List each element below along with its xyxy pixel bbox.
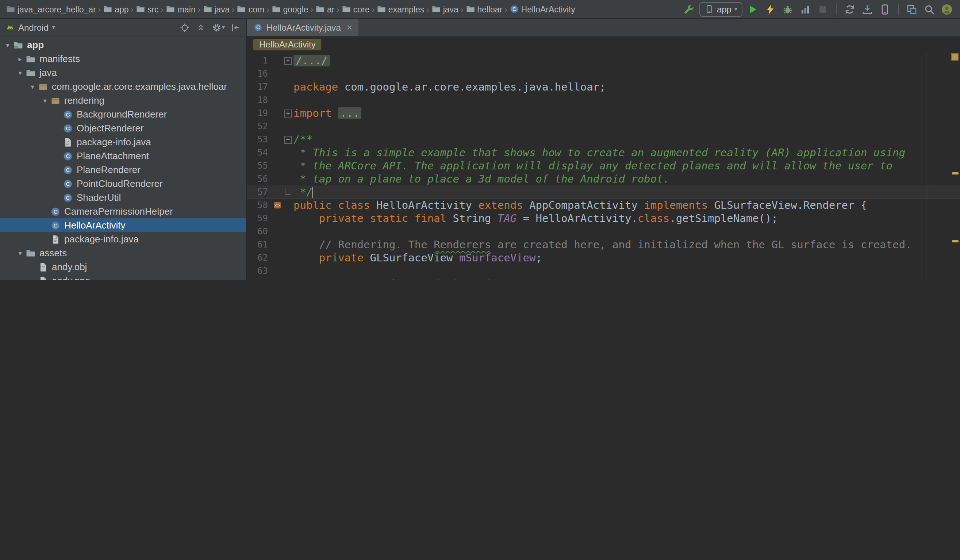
code-text: * the ARCore API. The application will d… (293, 159, 893, 172)
tree-toggle-icon[interactable]: ▾ (3, 41, 13, 48)
tree-item-PlaneRenderer[interactable]: CPlaneRenderer (0, 163, 246, 177)
code-line[interactable]: 53/** (247, 133, 960, 146)
code-line[interactable]: 18 (247, 93, 960, 107)
layout-inspector-button[interactable] (904, 1, 919, 17)
code-line[interactable]: 56 * tap on a plane to place a 3d model … (247, 172, 960, 186)
fold-spacer (283, 120, 293, 133)
breadcrumb-item-java[interactable]: java (203, 4, 230, 14)
settings-button[interactable]: ▾ (212, 22, 225, 32)
code-line[interactable]: 62 private GLSurfaceView mSurfaceView; (247, 251, 960, 264)
file-icon (62, 137, 74, 147)
breadcrumb-item-java_arcore_hello_ar[interactable]: java_arcore_hello_ar (6, 4, 96, 14)
apply-changes-button[interactable] (763, 1, 778, 17)
sdk-manager-button[interactable] (860, 1, 875, 17)
breadcrumb-current-element[interactable]: HelloArActivity (253, 38, 322, 50)
code-editor[interactable]: 1/.../1617package com.google.ar.core.exa… (247, 52, 960, 280)
tree-toggle-icon[interactable]: ▾ (15, 250, 25, 257)
run-configuration-select[interactable]: app▾ (699, 2, 742, 16)
build-button[interactable] (682, 1, 696, 17)
class-marker-icon[interactable]: <> (272, 198, 283, 212)
code-text: */ (293, 186, 313, 198)
error-stripe[interactable] (950, 52, 960, 280)
code-line[interactable]: 63 (247, 264, 960, 277)
project-view-selector[interactable]: Android (18, 22, 48, 32)
breadcrumb-item-src[interactable]: src (136, 4, 159, 14)
profile-button[interactable] (798, 1, 813, 17)
collapse-all-button[interactable] (196, 22, 206, 32)
tree-item-PlaneAttachment[interactable]: CPlaneAttachment (0, 149, 246, 163)
code-line[interactable]: 64 private Config mDefaultConfig; (247, 277, 960, 280)
tree-toggle-icon[interactable]: ▸ (15, 55, 25, 62)
fold-marker[interactable] (283, 186, 293, 198)
breadcrumb-item-java[interactable]: java (432, 4, 458, 14)
code-line[interactable]: 59 private static final String TAG = Hel… (247, 212, 960, 225)
code-line[interactable]: 16 (247, 67, 960, 80)
warning-stripe-mark[interactable] (952, 240, 958, 242)
tree-item-app[interactable]: ▾app (0, 38, 246, 52)
tree-item-CameraPermissionHelper[interactable]: CCameraPermissionHelper (0, 205, 246, 218)
code-line[interactable]: 57 */ (247, 186, 960, 198)
code-line[interactable]: 19import ... (247, 107, 960, 120)
breadcrumb-item-helloar[interactable]: helloar (466, 4, 502, 14)
breadcrumb-item-google[interactable]: google (272, 4, 309, 14)
tree-toggle-icon[interactable]: ▾ (28, 83, 37, 90)
fold-marker[interactable] (283, 107, 293, 120)
tree-item-com.google.ar.core.examples.java.helloar[interactable]: ▾com.google.ar.core.examples.java.helloa… (0, 80, 246, 93)
tree-item-andy.obj[interactable]: andy.obj (0, 260, 246, 274)
tree-item-package-info.java[interactable]: package-info.java (0, 232, 246, 246)
avd-manager-button[interactable] (877, 1, 892, 17)
code-line[interactable]: 1/.../ (247, 54, 960, 67)
breadcrumb-item-app[interactable]: app (103, 4, 128, 14)
breadcrumb-item-com[interactable]: com (237, 4, 264, 14)
tree-item-HelloArActivity[interactable]: CHelloArActivity (0, 218, 246, 232)
tree-item-label: BackgroundRenderer (77, 109, 167, 120)
tree-item-ShaderUtil[interactable]: CShaderUtil (0, 190, 246, 205)
tree-item-BackgroundRenderer[interactable]: CBackgroundRenderer (0, 107, 246, 121)
tree-item-rendering[interactable]: ▾rendering (0, 93, 246, 107)
project-tree[interactable]: ▾app▸manifests▾java▾com.google.ar.core.e… (0, 37, 246, 280)
inspection-indicator[interactable] (951, 53, 958, 61)
code-line[interactable]: 52 (247, 120, 960, 133)
tree-item-andy.png[interactable]: andy.png (0, 274, 246, 280)
tree-item-assets[interactable]: ▾assets (0, 246, 246, 260)
code-line[interactable]: 17package com.google.ar.core.examples.ja… (247, 80, 960, 93)
breadcrumb-label: com (249, 5, 264, 13)
gutter-spacer (272, 186, 283, 198)
tree-item-PointCloudRenderer[interactable]: CPointCloudRenderer (0, 177, 246, 190)
tree-toggle-icon[interactable]: ▾ (15, 69, 25, 76)
fold-spacer (283, 93, 293, 107)
folder-icon (315, 4, 325, 14)
code-line[interactable]: 54 * This is a simple example that shows… (247, 146, 960, 159)
code-line[interactable]: 60 (247, 225, 960, 238)
run-button[interactable] (746, 1, 760, 17)
toolbar-separator (836, 3, 837, 15)
warning-stripe-mark[interactable] (952, 172, 958, 174)
breadcrumb-label: app (115, 5, 128, 13)
search-everywhere-button[interactable] (922, 1, 937, 17)
code-line[interactable]: 55 * the ARCore API. The application wil… (247, 159, 960, 172)
breadcrumb-item-ar[interactable]: ar (315, 4, 334, 14)
breadcrumb-item-core[interactable]: core (342, 4, 370, 14)
sync-project-button[interactable] (842, 1, 857, 17)
fold-marker[interactable] (283, 133, 293, 146)
code-line[interactable]: 61 // Rendering. The Renderers are creat… (247, 238, 960, 251)
locate-file-button[interactable] (179, 22, 190, 32)
code-line[interactable]: 58<>public class HelloArActivity extends… (247, 198, 960, 212)
tree-item-manifests[interactable]: ▸manifests (0, 52, 246, 66)
avatar-button[interactable] (939, 1, 954, 17)
android-icon (5, 22, 15, 32)
breadcrumb-item-main[interactable]: main (166, 4, 196, 14)
breadcrumb-item-HelloArActivity[interactable]: CHelloArActivity (510, 4, 575, 14)
breadcrumb-item-examples[interactable]: examples (377, 4, 424, 14)
tree-item-ObjectRenderer[interactable]: CObjectRenderer (0, 121, 246, 135)
close-icon[interactable]: × (347, 22, 352, 32)
avd-manager-icon (879, 3, 891, 15)
tab-helloaractivity-java[interactable]: C HelloArActivity.java × (247, 19, 359, 36)
tree-item-package-info.java[interactable]: package-info.java (0, 135, 246, 149)
tree-toggle-icon[interactable]: ▾ (40, 97, 50, 104)
fold-marker[interactable] (283, 54, 293, 67)
tree-item-java[interactable]: ▾java (0, 66, 246, 80)
debug-button[interactable] (781, 1, 795, 17)
hide-panel-button[interactable] (231, 22, 241, 32)
editor-pane: C HelloArActivity.java × HelloArActivity… (247, 19, 960, 280)
